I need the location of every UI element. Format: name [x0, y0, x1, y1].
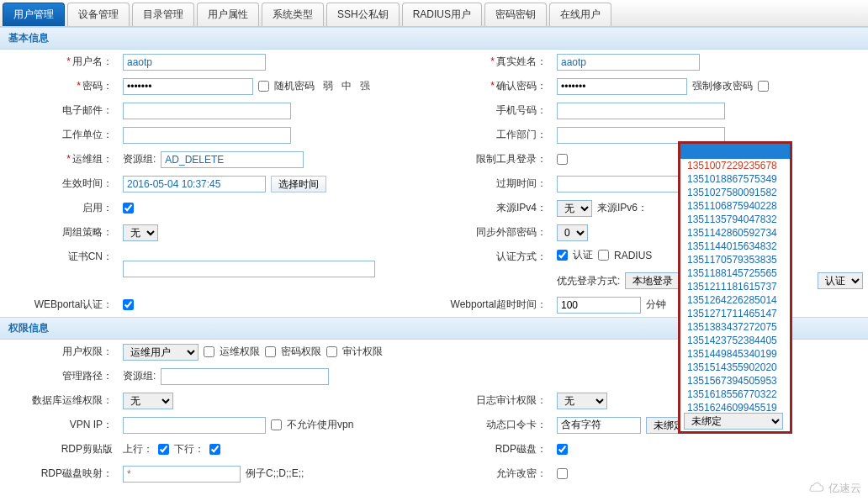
strength-mid: 中 [341, 79, 352, 93]
dropdown-header[interactable] [680, 144, 790, 159]
label-email: 电子邮件： [0, 98, 118, 123]
input-email[interactable] [123, 103, 291, 119]
label-effective: 生效时间： [0, 171, 118, 196]
checkbox-pwdperm[interactable] [265, 346, 276, 357]
dropdown-item[interactable]: 1351027580091582 [680, 186, 790, 199]
dropdown-item[interactable]: 1351383437272075 [680, 320, 790, 334]
dropdown-scroll[interactable]: 1351007229235678135101886757534913510275… [680, 159, 790, 411]
label-resgroup: 资源组: [123, 152, 156, 166]
input-dyntoken-filter[interactable] [557, 417, 641, 434]
label-mgmtpath: 管理路径： [0, 364, 118, 388]
tab-ssh-key[interactable]: SSH公私钥 [326, 3, 400, 26]
dropdown-item[interactable]: 1351188145725565 [680, 266, 790, 280]
btn-select-time[interactable]: 选择时间 [271, 176, 326, 192]
dropdown-item[interactable]: 1351018867575349 [680, 172, 790, 186]
checkbox-limitlogin[interactable] [557, 154, 568, 165]
select-auth-combo[interactable]: 认证 [818, 272, 863, 289]
label-certcn: 证书CN： [0, 245, 118, 293]
input-resgroup[interactable] [161, 151, 304, 168]
label-dyntoken: 动态口令卡： [434, 413, 552, 437]
select-dbopsperm[interactable]: 无 [123, 393, 173, 409]
input-mobile[interactable] [557, 103, 725, 119]
label-mobile: 手机号码： [434, 98, 552, 123]
select-userperm[interactable]: 运维用户 [123, 344, 198, 361]
label-rdpclip-up: 上行： [123, 442, 153, 456]
dropdown-item[interactable]: 1351271711465147 [680, 307, 790, 320]
tab-online-user[interactable]: 在线用户 [549, 3, 611, 26]
checkbox-rdpclip-down[interactable] [209, 444, 220, 455]
input-mgmtpath[interactable] [161, 368, 329, 385]
input-realname[interactable] [557, 54, 700, 71]
checkbox-rdpdisk[interactable] [557, 444, 568, 455]
select-syncextpwd[interactable]: 0 [557, 224, 588, 241]
tabs-bar: 用户管理 设备管理 目录管理 用户属性 系统类型 SSH公私钥 RADIUS用户… [0, 0, 868, 27]
label-realname: 真实姓名： [434, 50, 552, 74]
tab-user-mgmt[interactable]: 用户管理 [3, 3, 65, 26]
label-resgroup2: 资源组: [123, 369, 156, 383]
input-password[interactable] [123, 78, 253, 95]
dropdown-item[interactable]: 1351449845340199 [680, 347, 790, 361]
checkbox-auditperm[interactable] [326, 346, 337, 357]
label-opsperm: 运维权限 [220, 345, 260, 359]
select-logauditperm[interactable]: 无 [557, 393, 607, 409]
tab-device-mgmt[interactable]: 设备管理 [67, 3, 130, 26]
dropdown-item[interactable]: 1351007229235678 [680, 159, 790, 172]
label-vpnip: VPN IP： [0, 413, 118, 437]
label-enable: 启用： [0, 196, 118, 220]
strength-strong: 强 [360, 79, 370, 93]
input-workunit[interactable] [123, 127, 291, 144]
dropdown-item[interactable]: 1351106875940228 [680, 199, 790, 213]
label-allowchange: 允许改密： [434, 461, 552, 486]
checkbox-opsperm[interactable] [204, 346, 214, 357]
dropdown-item[interactable]: 1351170579353835 [680, 253, 790, 266]
tab-dir-mgmt[interactable]: 目录管理 [132, 3, 194, 26]
input-webportaltimeout[interactable] [557, 297, 641, 314]
cloud-icon [807, 483, 825, 486]
dropdown-item[interactable]: 1351144015634832 [680, 240, 790, 253]
checkbox-allowchange[interactable] [557, 468, 568, 479]
dropdown-item[interactable]: 1351135794047832 [680, 213, 790, 226]
label-syncextpwd: 同步外部密码： [434, 220, 552, 245]
label-novpn: 不允许使用vpn [287, 418, 353, 432]
select-srcipv4[interactable]: 无 [557, 200, 592, 217]
label-srcipv6: 来源IPv6： [597, 201, 648, 215]
input-certcn[interactable] [123, 261, 375, 277]
dropdown-item[interactable]: 1351618556770322 [680, 388, 790, 401]
dropdown-item[interactable]: 1351624609945519 [680, 401, 790, 411]
checkbox-auth-radius[interactable] [598, 250, 609, 261]
dropdown-item[interactable]: 1351514355902020 [680, 361, 790, 374]
dropdown-item[interactable]: 1351264226285014 [680, 293, 790, 307]
checkbox-random-pwd[interactable] [258, 81, 269, 92]
label-webportal: WEBportal认证： [0, 293, 118, 317]
input-effective[interactable] [123, 176, 266, 192]
dropdown-token-list: 1351007229235678135101886757534913510275… [678, 141, 792, 434]
checkbox-webportal[interactable] [123, 299, 134, 310]
tab-radius-user[interactable]: RADIUS用户 [402, 3, 482, 26]
dropdown-item[interactable]: 1351142860592734 [680, 226, 790, 240]
label-auth-radius: RADIUS [614, 250, 652, 261]
input-rdpdiskmap[interactable] [123, 466, 241, 483]
label-confirm: 确认密码： [434, 74, 552, 98]
select-weekpolicy[interactable]: 无 [123, 224, 158, 241]
dropdown-item[interactable]: 1351211181615737 [680, 280, 790, 293]
tab-pwd-key[interactable]: 密码密钥 [484, 3, 547, 26]
label-password: 密码： [0, 74, 118, 98]
dropdown-item[interactable]: 1351567394505953 [680, 374, 790, 388]
checkbox-novpn[interactable] [271, 419, 282, 430]
dropdown-item[interactable]: 1351423752384405 [680, 334, 790, 347]
checkbox-enable[interactable] [123, 203, 134, 214]
label-srcipv4: 来源IPv4： [434, 196, 552, 220]
dropdown-footer-select[interactable]: 未绑定 [684, 413, 783, 430]
input-vpnip[interactable] [123, 417, 266, 434]
checkbox-forcechg[interactable] [758, 81, 769, 92]
input-username[interactable] [123, 54, 266, 71]
input-confirm[interactable] [557, 78, 687, 95]
tab-user-attr[interactable]: 用户属性 [197, 3, 259, 26]
checkbox-auth-renzheng[interactable] [557, 250, 568, 261]
checkbox-rdpclip-up[interactable] [158, 444, 169, 455]
label-webportaltimeout: Webportal超时时间： [434, 293, 552, 317]
label-logauditperm: 日志审计权限： [434, 388, 552, 413]
tab-sys-type[interactable]: 系统类型 [262, 3, 324, 26]
label-limitlogin: 限制工具登录： [434, 147, 552, 171]
label-workunit: 工作单位： [0, 123, 118, 147]
